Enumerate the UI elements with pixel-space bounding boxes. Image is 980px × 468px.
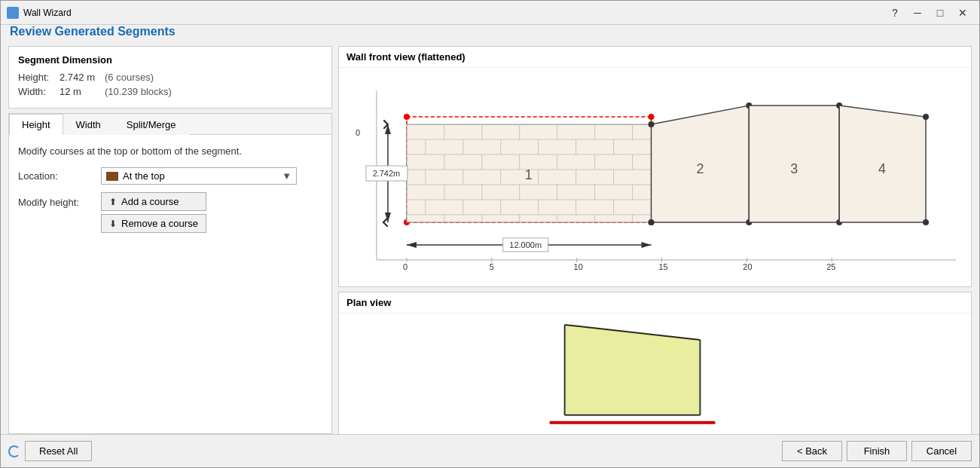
- titlebar: Wall Wizard ? ─ □ ✕: [1, 1, 979, 25]
- remove-course-label: Remove a course: [121, 218, 198, 229]
- width-row: Width: 12 m (10.239 blocks): [18, 86, 322, 97]
- maximize-button[interactable]: □: [930, 5, 951, 21]
- close-button[interactable]: ✕: [952, 5, 973, 21]
- svg-text:25: 25: [826, 262, 835, 271]
- width-value: 12 m: [60, 86, 105, 97]
- svg-text:3: 3: [790, 161, 798, 176]
- location-row: Location: At the top ▼: [18, 167, 322, 185]
- page-title: Review Generated Segments: [8, 25, 972, 38]
- svg-text:12.000m: 12.000m: [509, 240, 542, 249]
- svg-point-17: [649, 114, 655, 120]
- plan-view-svg: [339, 314, 971, 434]
- svg-marker-86: [385, 213, 391, 222]
- tabs-header: Height Width Split/Merge: [9, 114, 331, 135]
- svg-text:0: 0: [403, 262, 408, 271]
- svg-point-72: [649, 121, 655, 127]
- modify-height-row: Modify height: ⬆ Add a course ⬇ Remove a…: [18, 192, 322, 233]
- main-window: Wall Wizard ? ─ □ ✕ Review Generated Seg…: [0, 0, 980, 468]
- location-dropdown[interactable]: At the top ▼: [101, 167, 297, 185]
- dropdown-arrow-icon: ▼: [282, 170, 292, 182]
- svg-text:2.742m: 2.742m: [373, 169, 401, 178]
- svg-point-83: [923, 219, 929, 225]
- reset-all-button[interactable]: Reset All: [25, 441, 92, 461]
- height-value: 2.742 m: [60, 72, 105, 83]
- svg-marker-85: [385, 124, 391, 134]
- height-extra: (6 courses): [105, 72, 154, 83]
- svg-marker-90: [407, 242, 417, 248]
- footer-left: Reset All: [8, 441, 92, 461]
- wall-front-view-section: Wall front view (flattened) 0 0 5 10 15 …: [338, 46, 972, 287]
- svg-point-74: [649, 219, 655, 225]
- modify-buttons: ⬆ Add a course ⬇ Remove a course: [101, 192, 206, 233]
- add-course-label: Add a course: [121, 196, 179, 207]
- plan-view-header: Plan view: [339, 292, 971, 314]
- finish-button[interactable]: Finish: [847, 441, 907, 461]
- plan-view-section: Plan view: [338, 292, 972, 434]
- add-course-icon: ⬆: [109, 197, 117, 207]
- width-extra: (10.239 blocks): [105, 86, 172, 97]
- back-button[interactable]: < Back: [782, 441, 842, 461]
- wall-front-svg: 0 0 5 10 15 20 25: [339, 68, 971, 286]
- wall-front-view-header: Wall front view (flattened): [339, 47, 971, 68]
- modify-description: Modify courses at the top or bottom of t…: [18, 145, 322, 157]
- segment-dimension-header: Segment Dimension: [18, 54, 322, 66]
- footer: Reset All < Back Finish Cancel: [1, 434, 979, 467]
- modify-height-label: Modify height:: [18, 192, 101, 208]
- cancel-button[interactable]: Cancel: [911, 441, 972, 461]
- svg-text:5: 5: [490, 262, 494, 271]
- window-controls: ? ─ □ ✕: [884, 5, 973, 21]
- height-label: Height:: [18, 72, 60, 83]
- remove-course-button[interactable]: ⬇ Remove a course: [101, 214, 206, 233]
- height-row: Height: 2.742 m (6 courses): [18, 72, 322, 83]
- location-value: At the top: [123, 170, 282, 182]
- add-course-button[interactable]: ⬆ Add a course: [101, 192, 206, 211]
- footer-right: < Back Finish Cancel: [782, 441, 972, 461]
- remove-course-icon: ⬇: [109, 219, 117, 229]
- app-icon: [7, 7, 19, 19]
- svg-text:2: 2: [696, 161, 704, 176]
- tabs-section: Height Width Split/Merge Modify courses …: [8, 113, 332, 434]
- plan-view: [339, 314, 971, 434]
- tab-split-merge[interactable]: Split/Merge: [114, 114, 189, 135]
- svg-text:20: 20: [743, 262, 752, 271]
- tab-height-content: Modify courses at the top or bottom of t…: [9, 135, 331, 243]
- svg-text:0: 0: [356, 128, 360, 137]
- left-panel: Segment Dimension Height: 2.742 m (6 cou…: [8, 46, 332, 434]
- svg-text:10: 10: [574, 262, 583, 271]
- tab-width[interactable]: Width: [63, 114, 114, 135]
- brick-icon: [106, 172, 118, 181]
- svg-text:15: 15: [658, 262, 667, 271]
- minimize-button[interactable]: ─: [907, 5, 928, 21]
- segment-dimension-section: Segment Dimension Height: 2.742 m (6 cou…: [8, 46, 332, 109]
- window-title: Wall Wizard: [23, 8, 884, 18]
- reset-icon: [8, 445, 20, 457]
- svg-point-82: [923, 114, 929, 120]
- right-panel: Wall front view (flattened) 0 0 5 10 15 …: [338, 46, 972, 434]
- svg-point-16: [404, 114, 410, 120]
- wall-front-view: 0 0 5 10 15 20 25: [339, 68, 971, 286]
- tab-height[interactable]: Height: [9, 114, 63, 135]
- svg-text:4: 4: [878, 161, 886, 176]
- svg-marker-91: [642, 242, 652, 248]
- width-label: Width:: [18, 86, 60, 97]
- location-label: Location:: [18, 170, 101, 182]
- help-button[interactable]: ?: [884, 5, 905, 21]
- svg-text:1: 1: [525, 167, 533, 182]
